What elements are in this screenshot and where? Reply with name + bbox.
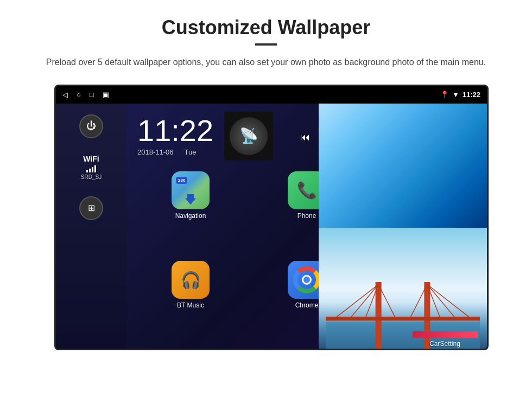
car-setting-label[interactable]: CarSetting (429, 340, 460, 348)
status-time: 11:22 (463, 91, 480, 99)
page-wrapper: Customized Wallpaper Preload over 5 defa… (0, 0, 532, 361)
sidebar: ⏻ WiFi SRD_SJ ⊞ (56, 104, 126, 350)
media-inner: 📡 (230, 117, 268, 155)
wallpaper-thumb-ice[interactable] (319, 104, 487, 228)
page-title: Customized Wallpaper (33, 16, 499, 39)
wallpaper-thumb-bridge[interactable]: CarSetting (319, 228, 487, 350)
status-right: 📍 ▼ 11:22 (440, 91, 480, 99)
phone-label: Phone (297, 212, 316, 220)
android-screen: ◁ ○ □ ▣ 📍 ▼ 11:22 ⏻ WiFi (54, 85, 489, 350)
navigation-icon: 280 (172, 171, 210, 209)
power-button[interactable]: ⏻ (79, 114, 103, 138)
clock-time: 11:22 (137, 115, 213, 146)
headphone-symbol: 🎧 (181, 271, 201, 290)
status-left: ◁ ○ □ ▣ (62, 91, 109, 99)
clock-info: 11:22 2018-11-06 Tue (137, 115, 213, 156)
bt-music-icon: 🎧 (172, 261, 210, 299)
all-apps-button[interactable]: ⊞ (79, 196, 103, 220)
wifi-signal-bars (86, 165, 96, 172)
location-icon: 📍 (440, 91, 449, 99)
signal-icon: ▼ (452, 91, 459, 99)
car-setting-overlay: CarSetting (403, 319, 487, 350)
status-bar: ◁ ○ □ ▣ 📍 ▼ 11:22 (56, 86, 487, 104)
screenshot-icon[interactable]: ▣ (103, 91, 109, 99)
chrome-ring (293, 266, 320, 293)
home-icon[interactable]: ○ (77, 91, 81, 99)
wifi-section: WiFi SRD_SJ (81, 155, 102, 180)
clock-day: Tue (185, 148, 197, 156)
app-item-bt-music[interactable]: 🎧 BT Music (135, 261, 246, 346)
wifi-ssid: SRD_SJ (81, 174, 102, 180)
page-subtitle: Preload over 5 default wallpaper options… (33, 55, 499, 69)
ice-cave-image (319, 104, 487, 228)
prev-track-button[interactable]: ⏮ (300, 132, 310, 143)
clock-date: 2018-11-06 Tue (137, 148, 213, 156)
wifi-label: WiFi (83, 155, 99, 163)
svg-line-5 (351, 285, 378, 318)
app-item-navigation[interactable]: 280 Navigation (135, 171, 246, 257)
bt-music-label: BT Music (177, 301, 204, 309)
back-nav-icon[interactable]: ◁ (62, 91, 68, 99)
recent-icon[interactable]: □ (90, 91, 94, 99)
phone-symbol: 📞 (297, 181, 317, 200)
svg-rect-1 (376, 282, 382, 350)
svg-line-10 (427, 285, 455, 318)
title-divider (255, 43, 277, 46)
chrome-label: Chrome (295, 301, 319, 309)
clock-date-value: 2018-11-06 (137, 148, 174, 156)
media-icon: 📡 (239, 127, 258, 145)
navigation-label: Navigation (175, 212, 206, 220)
chrome-center (302, 275, 312, 285)
main-content: ⏻ WiFi SRD_SJ ⊞ (56, 104, 487, 350)
media-widget: 📡 (224, 112, 273, 160)
wallpaper-thumbnails: CarSetting (319, 104, 487, 350)
car-setting-bar (413, 331, 478, 338)
road-label: 280 (176, 177, 187, 184)
